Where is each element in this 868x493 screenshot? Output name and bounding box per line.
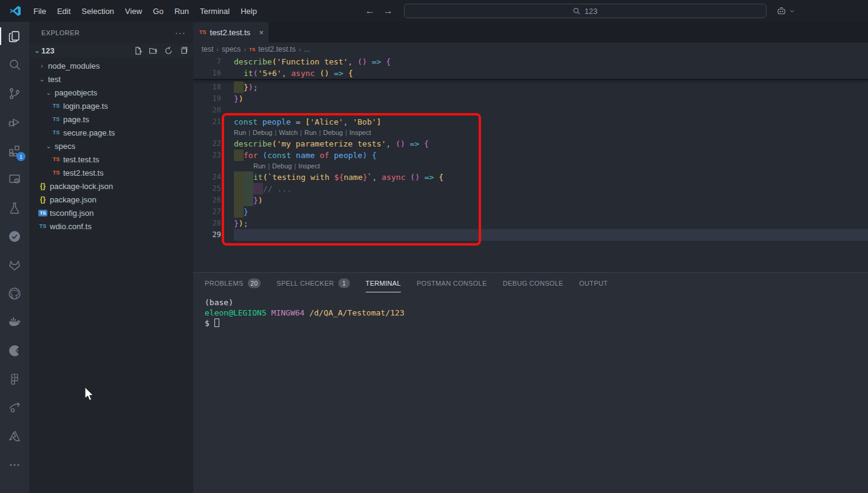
activity-docker-icon[interactable] bbox=[0, 308, 29, 336]
code-line-content[interactable]: describe('my parameterize tests', () => … bbox=[234, 138, 429, 150]
activity-github-icon[interactable] bbox=[0, 279, 29, 308]
tree-item-package-lock-json[interactable]: {}package-lock.json bbox=[29, 179, 193, 193]
panel-tab-terminal[interactable]: TERMINAL bbox=[366, 273, 401, 292]
tree-item-test[interactable]: ⌄test bbox=[29, 72, 193, 86]
activity-testing-icon[interactable] bbox=[0, 193, 29, 222]
codelens-link-watch[interactable]: Watch bbox=[279, 129, 298, 136]
tree-item-test2-test-ts[interactable]: TStest2.test.ts bbox=[29, 166, 193, 179]
tree-item-label: wdio.conf.ts bbox=[50, 222, 92, 231]
new-folder-icon[interactable] bbox=[149, 46, 158, 55]
tree-item-tsconfig-json[interactable]: TStsconfig.json bbox=[29, 206, 193, 219]
panel-tab-label: PROBLEMS bbox=[205, 280, 244, 287]
codelens-link-run[interactable]: Run bbox=[234, 129, 246, 136]
menu-file[interactable]: File bbox=[28, 4, 52, 18]
indent-guide-highlight bbox=[234, 81, 244, 93]
indent-guide-highlight bbox=[234, 195, 244, 206]
activity-search-icon[interactable] bbox=[0, 50, 29, 79]
code-editor[interactable]: 7describe('Function test', () => {16it('… bbox=[193, 56, 868, 272]
code-line-content[interactable]: } bbox=[234, 206, 248, 218]
terminal[interactable]: (base)eleon@LEGION5 MINGW64 /d/QA_A/Test… bbox=[193, 292, 868, 493]
breadcrumb-item[interactable]: ... bbox=[304, 45, 310, 53]
terminal-text: /d/QA_A/Testomat/123 bbox=[309, 308, 405, 317]
tree-item-specs[interactable]: ⌄specs bbox=[29, 139, 193, 153]
menu-terminal[interactable]: Terminal bbox=[194, 4, 235, 18]
tree-item-node-modules[interactable]: ›node_modules bbox=[29, 59, 193, 72]
command-center-search[interactable]: 123 bbox=[404, 4, 767, 18]
breadcrumb-item[interactable]: test2.test.ts bbox=[258, 45, 295, 53]
explorer-more-actions-button[interactable]: ··· bbox=[175, 27, 186, 38]
breadcrumb-item[interactable]: test bbox=[202, 45, 213, 53]
code-line-content[interactable]: it(`testing with ${name}`, async () => { bbox=[234, 171, 443, 183]
menu-help[interactable]: Help bbox=[235, 4, 262, 18]
activity-check-icon[interactable] bbox=[0, 222, 29, 250]
code-token bbox=[315, 150, 320, 161]
tree-item-secure-page-ts[interactable]: TSsecure.page.ts bbox=[29, 126, 193, 139]
activity-source-control-icon[interactable] bbox=[0, 79, 29, 108]
tab-test2-test-ts[interactable]: TS test2.test.ts × bbox=[193, 22, 268, 43]
tab-close-icon[interactable]: × bbox=[259, 28, 264, 37]
tree-item-login-page-ts[interactable]: TSlogin.page.ts bbox=[29, 99, 193, 112]
panel-tab-postman-console[interactable]: POSTMAN CONSOLE bbox=[417, 273, 487, 292]
panel-tab-output[interactable]: OUTPUT bbox=[579, 273, 608, 292]
code-token bbox=[343, 67, 348, 79]
activity-codestream-icon[interactable] bbox=[0, 336, 29, 365]
workspace-section-header[interactable]: ⌄ 123 bbox=[29, 43, 193, 58]
vscode-window: FileEditSelectionViewGoRunTerminalHelp ←… bbox=[0, 0, 868, 493]
tree-item-pageobjects[interactable]: ⌄pageobjects bbox=[29, 86, 193, 99]
code-line-content[interactable]: }); bbox=[234, 218, 248, 229]
activity-figma-icon[interactable] bbox=[0, 365, 29, 393]
nav-forward-button[interactable]: → bbox=[383, 5, 393, 16]
code-token: it bbox=[253, 171, 263, 183]
code-line-29: 29 bbox=[193, 229, 868, 241]
tree-item-label: pageobjects bbox=[55, 88, 97, 97]
codelens-link-run[interactable]: Run bbox=[253, 162, 265, 170]
menu-selection[interactable]: Selection bbox=[76, 4, 119, 18]
codelens-link-debug[interactable]: Debug bbox=[323, 129, 343, 136]
tree-item-test-test-ts[interactable]: TStest.test.ts bbox=[29, 153, 193, 166]
codelens-link-debug[interactable]: Debug bbox=[253, 129, 272, 136]
code-line-content[interactable]: describe('Function test', () => { bbox=[234, 56, 391, 67]
tree-item-page-ts[interactable]: TSpage.ts bbox=[29, 112, 193, 126]
code-token: => bbox=[334, 67, 344, 79]
breadcrumb-item[interactable]: specs bbox=[222, 45, 241, 53]
codelens-link-inspect[interactable]: Inspect bbox=[349, 129, 371, 136]
new-file-icon[interactable] bbox=[134, 46, 143, 55]
activity-remote-explorer-icon[interactable] bbox=[0, 165, 29, 193]
code-line-content[interactable]: it('5+6', async () => { bbox=[234, 67, 353, 79]
terminal-line: $ bbox=[205, 318, 868, 328]
code-line-content[interactable] bbox=[234, 229, 868, 241]
tree-item-package-json[interactable]: {}package.json bbox=[29, 193, 193, 206]
code-line-content[interactable]: }) bbox=[234, 93, 244, 105]
codelens-link-debug[interactable]: Debug bbox=[272, 162, 292, 170]
collapse-all-icon[interactable] bbox=[179, 46, 188, 55]
code-line-content[interactable]: const people = ['Alice', 'Bob'] bbox=[234, 116, 381, 128]
activity-azure-icon[interactable] bbox=[0, 422, 29, 450]
menu-edit[interactable]: Edit bbox=[52, 4, 76, 18]
activity-extensions-icon[interactable]: 1 bbox=[0, 136, 29, 165]
code-line-content[interactable]: // ... bbox=[234, 183, 292, 195]
activity-deploy-icon[interactable] bbox=[0, 393, 29, 422]
codelens-link-inspect[interactable]: Inspect bbox=[298, 162, 320, 170]
code-token: } bbox=[244, 206, 248, 218]
activity-more-icon[interactable] bbox=[0, 450, 29, 479]
activity-gitlab-icon[interactable] bbox=[0, 250, 29, 279]
code-token bbox=[258, 150, 262, 161]
copilot-menu[interactable] bbox=[776, 6, 795, 16]
panel-tab-problems[interactable]: PROBLEMS20 bbox=[205, 273, 261, 292]
code-line-content[interactable]: }) bbox=[234, 195, 263, 206]
code-token: = bbox=[291, 116, 305, 128]
menu-go[interactable]: Go bbox=[148, 4, 169, 18]
nav-back-button[interactable]: ← bbox=[365, 5, 375, 16]
menu-view[interactable]: View bbox=[120, 4, 148, 18]
menu-run[interactable]: Run bbox=[169, 4, 194, 18]
editor-tab-bar: TS test2.test.ts × bbox=[193, 22, 868, 43]
activity-run-and-debug-icon[interactable] bbox=[0, 108, 29, 136]
activity-explorer-icon[interactable] bbox=[0, 22, 29, 50]
panel-tab-debug-console[interactable]: DEBUG CONSOLE bbox=[503, 273, 564, 292]
panel-tab-spell-checker[interactable]: SPELL CHECKER1 bbox=[276, 273, 350, 292]
code-line-content[interactable]: }); bbox=[234, 81, 258, 93]
code-line-content[interactable]: for (const name of people) { bbox=[234, 150, 377, 161]
codelens-link-run[interactable]: Run bbox=[304, 129, 316, 136]
refresh-icon[interactable] bbox=[164, 46, 173, 55]
tree-item-wdio-conf-ts[interactable]: TSwdio.conf.ts bbox=[29, 219, 193, 233]
